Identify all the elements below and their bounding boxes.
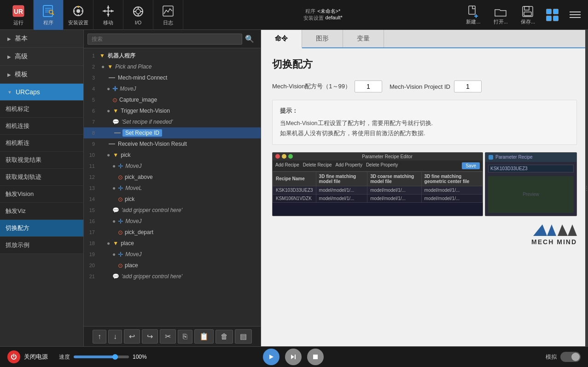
sidebar-camera-calibration[interactable]: 相机标定 <box>0 101 83 118</box>
cross-icon-19: ✛ <box>118 251 123 258</box>
code-line-15[interactable]: 15 💬 'add gripper control here' <box>84 205 261 216</box>
ss-row-2: KSM106N1VDZK model/model/1/... model/mod… <box>273 194 483 202</box>
code-line-13[interactable]: 13 ● ✛ MoveL <box>84 183 261 194</box>
code-line-7[interactable]: 7 💬 'Set recipe if needed' <box>84 116 261 127</box>
app-subtitle-label: 安装设置 <box>303 15 324 22</box>
ss-save-button[interactable]: Save <box>462 162 480 169</box>
code-line-14[interactable]: 14 ⊙ pick <box>84 194 261 205</box>
delete-button[interactable]: 🗑 <box>215 330 233 344</box>
toolbar-install[interactable]: 安装设置 <box>64 0 93 30</box>
next-button[interactable] <box>285 349 302 365</box>
simulate-toggle[interactable] <box>560 352 581 362</box>
toolbar-run[interactable]: UR 运行 <box>4 0 34 30</box>
sidebar-camera-disconnect[interactable]: 相机断连 <box>0 135 83 152</box>
toolbar-run-label: 运行 <box>13 19 23 26</box>
cut-button[interactable]: ✂ <box>160 329 176 344</box>
sidebar-switch-recipe[interactable]: 切换配方 <box>0 220 83 237</box>
open-button[interactable]: 打开... <box>490 3 512 27</box>
project-id-input[interactable] <box>454 80 482 92</box>
recipe-number-input[interactable] <box>355 80 382 92</box>
toggle-knob <box>571 353 580 361</box>
code-line-20[interactable]: 20 ⊙ place <box>84 260 261 271</box>
ss-maximize-btn[interactable] <box>288 154 293 159</box>
code-line-18[interactable]: 18 ● ▼ place <box>84 238 261 249</box>
code-line-21[interactable]: 21 💬 'add gripper control here' <box>84 271 261 282</box>
code-line-6[interactable]: 6 ● ▼ Trigger Mech-Vision <box>84 105 261 116</box>
hamburger-menu[interactable] <box>566 8 584 22</box>
code-line-3[interactable]: 3 Mech-mind Connect <box>84 72 261 83</box>
circle-icon-12: ⊙ <box>118 174 123 181</box>
ss-minimize-btn[interactable] <box>282 154 286 159</box>
search-input[interactable] <box>87 34 242 45</box>
ss-side-input[interactable] <box>488 165 574 172</box>
cross-icon-16: ✛ <box>118 218 123 225</box>
right-panel: 命令 图形 变量 切换配方 Mech-Vision配方号（1～99） Mech-… <box>261 30 588 346</box>
camera-connect-label: 相机连接 <box>6 122 29 130</box>
ss-toolbar: Add Recipe Delete Recipe Add Property De… <box>273 161 483 172</box>
sidebar-item-advanced[interactable]: ▶ 高级 <box>0 48 83 66</box>
code-line-4[interactable]: 4 ● ✛ MoveJ <box>84 83 261 94</box>
undo-button[interactable]: ↩ <box>124 329 140 344</box>
toolbar-move[interactable]: 移动 <box>93 0 123 30</box>
code-line-12[interactable]: 12 ⊙ pick_above <box>84 172 261 183</box>
right-tabs: 命令 图形 变量 <box>261 30 588 48</box>
ss-add-property[interactable]: Add Property <box>336 162 362 169</box>
line-content-7: 'Set recipe if needed' <box>121 119 173 125</box>
resize-handle[interactable] <box>585 30 588 346</box>
code-line-11[interactable]: 11 ● ✛ MoveJ <box>84 161 261 172</box>
code-line-1[interactable]: 1 ▼ 机器人程序 <box>84 50 261 61</box>
line-number-4: 4 <box>84 86 98 92</box>
new-button[interactable]: 新建... <box>462 3 484 27</box>
code-line-16[interactable]: 16 ● ✛ MoveJ <box>84 216 261 227</box>
structure-button[interactable]: ▤ <box>235 329 252 344</box>
sidebar-pick-place-example[interactable]: 抓放示例 <box>0 237 83 254</box>
sidebar-item-template[interactable]: ▶ 模板 <box>0 66 83 84</box>
tab-command[interactable]: 命令 <box>261 30 302 48</box>
sidebar-trigger-vision[interactable]: 触发Vision <box>0 186 83 203</box>
copy-button[interactable]: ⎘ <box>178 330 192 344</box>
sidebar-item-urcaps[interactable]: ▼ URCaps <box>0 84 83 101</box>
chevron-down-icon: ▼ <box>7 90 12 95</box>
ss-delete-recipe[interactable]: Delete Recipe <box>303 162 332 169</box>
redo-button[interactable]: ↪ <box>142 329 158 344</box>
toolbar-log[interactable]: 日志 <box>153 0 183 30</box>
move-up-button[interactable]: ↑ <box>93 330 106 344</box>
code-line-10[interactable]: 10 ● ▼ pick <box>84 149 261 161</box>
tab-variable[interactable]: 变量 <box>343 30 384 47</box>
line-number-2: 2 <box>84 64 98 69</box>
code-line-17[interactable]: 17 ⊙ pick_depart <box>84 227 261 238</box>
code-line-9[interactable]: 9 Receive Mech-Vision Result <box>84 138 261 149</box>
code-lines: 1 ▼ 机器人程序 2 ● ▼ Pick and Place 3 Mech-mi… <box>84 48 261 326</box>
toolbar-io[interactable]: I/O <box>123 0 153 30</box>
svg-rect-32 <box>524 12 531 16</box>
ss-delete-property[interactable]: Delete Property <box>366 162 398 169</box>
search-button[interactable]: 🔍 <box>242 33 257 45</box>
code-line-5[interactable]: 5 ⊙ Capture_image <box>84 94 261 105</box>
cc-cell-2 <box>553 9 559 14</box>
switch-recipe-label: 切换配方 <box>6 224 29 232</box>
dot-icon-16: ● <box>112 218 116 224</box>
save-button[interactable]: 保存... <box>517 3 539 27</box>
code-line-2[interactable]: 2 ● ▼ Pick and Place <box>84 61 261 72</box>
ss-close-btn[interactable] <box>275 154 280 159</box>
tab-graphic[interactable]: 图形 <box>302 30 343 47</box>
play-button[interactable] <box>263 349 279 365</box>
sidebar-trigger-viz[interactable]: 触发Viz <box>0 203 83 220</box>
trigger-vision-label: 触发Vision <box>6 190 34 198</box>
sidebar-get-plan-trajectory[interactable]: 获取规划轨迹 <box>0 169 83 186</box>
code-line-8[interactable]: 8 Set Recipe ID <box>84 127 261 138</box>
toolbar-program[interactable]: 程序 <box>34 0 64 30</box>
power-button[interactable]: 关闭电源 <box>7 350 48 363</box>
sidebar-camera-connect[interactable]: 相机连接 <box>0 118 83 135</box>
ss-add-recipe[interactable]: Add Recipe <box>275 162 299 169</box>
sidebar-get-vision-result[interactable]: 获取视觉结果 <box>0 152 83 169</box>
sidebar-item-basic[interactable]: ▶ 基本 <box>0 30 83 48</box>
line-number-6: 6 <box>84 108 98 114</box>
speed-slider[interactable] <box>74 356 129 358</box>
ss-col-3dcenter: 3D fine matching geometric center file <box>421 172 482 186</box>
move-down-button[interactable]: ↓ <box>108 330 122 344</box>
line-content-11: MoveJ <box>124 163 141 169</box>
paste-button[interactable]: 📋 <box>194 329 214 344</box>
stop-button[interactable] <box>307 349 324 365</box>
code-line-19[interactable]: 19 ● ✛ MoveJ <box>84 249 261 260</box>
